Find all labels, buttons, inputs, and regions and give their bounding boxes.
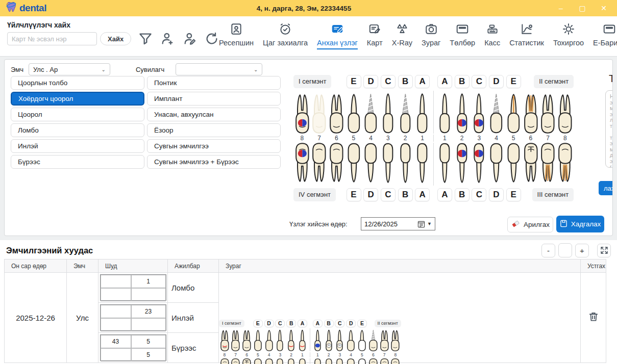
tab-exam[interactable]: Анхан үзлэг (312, 21, 362, 49)
tooth-up-1[interactable] (436, 91, 454, 134)
tooth-up-7[interactable] (539, 91, 557, 134)
zoom-out-button[interactable]: - (541, 244, 555, 257)
tooth-down-7[interactable] (539, 143, 557, 186)
treatment-button[interactable]: Унасан, авхуулсан (147, 108, 281, 121)
tooth-up-2[interactable] (453, 91, 471, 134)
tooth-letter-chip[interactable]: E (506, 188, 521, 201)
nurse-select[interactable]: ⌄ (176, 63, 262, 75)
tooth-letter-chip[interactable]: D (363, 188, 378, 201)
treatment-button[interactable]: Имплант (147, 92, 281, 106)
tooth-letter-chip[interactable]: A (437, 188, 452, 201)
procedure-name: Бүрээс (168, 333, 219, 363)
treatment-button[interactable]: Сувгын эмчилгээ (147, 139, 281, 153)
tooth-down-3[interactable] (471, 143, 488, 186)
treatment-button[interactable]: Хоёрдогч цоорол (11, 92, 144, 106)
tooth-down-4[interactable] (488, 143, 505, 186)
tooth-letter-chip[interactable]: D (363, 75, 378, 88)
save-button[interactable]: Хадгалах (556, 216, 604, 232)
doctor-select[interactable]: Улс . Ар⌄ (29, 63, 110, 75)
expand-button[interactable] (597, 244, 611, 257)
edit-patient-icon[interactable] (182, 32, 198, 46)
tooth-letter-chip[interactable]: A (415, 75, 430, 88)
tooth-down-7[interactable] (311, 143, 328, 186)
treatment-button[interactable]: Цоорол (11, 108, 144, 121)
tab-card[interactable]: Карт (362, 21, 387, 48)
tooth-letter-chip[interactable]: C (472, 188, 486, 201)
treatment-button[interactable]: Цоорлын толбо (11, 76, 144, 90)
maximize-button[interactable]: ▢ (578, 4, 586, 12)
tooth-down-8[interactable] (556, 143, 574, 186)
tooth-letter-chip[interactable]: B (455, 75, 470, 88)
tooth-letter-chip[interactable]: A (415, 188, 430, 201)
tooth-letter-chip[interactable]: C (381, 75, 396, 88)
tooth-up-1[interactable] (414, 91, 431, 134)
treatment-button[interactable]: Ломбо (11, 123, 144, 137)
search-button[interactable]: Хайх (100, 32, 131, 45)
tab-xray[interactable]: X-Ray (387, 21, 417, 48)
tooth-letter-chip[interactable]: B (398, 188, 413, 201)
tooth-down-4[interactable] (362, 143, 380, 186)
tab-reception[interactable]: Ресепшин (214, 21, 258, 48)
tooth-up-8[interactable] (556, 91, 574, 134)
tooth-number: 7 (234, 352, 237, 357)
tooth-down-3[interactable] (379, 143, 397, 186)
tooth-up-3[interactable] (471, 91, 488, 134)
search-input[interactable] (7, 32, 97, 45)
tooth-down-8[interactable] (293, 143, 311, 186)
treatment-button[interactable]: Бүрээс (11, 155, 144, 169)
tab-cashier[interactable]: Касс (480, 21, 505, 48)
clear-button[interactable]: Арилгах (507, 217, 553, 232)
zoom-value-box[interactable] (558, 243, 572, 257)
tooth-up-2[interactable] (397, 91, 414, 134)
tooth-down-6[interactable] (328, 143, 345, 186)
tooth-up-7[interactable] (311, 91, 328, 134)
tooth-down-5[interactable] (345, 143, 362, 186)
tooth-letter-chip[interactable]: C (381, 188, 396, 201)
tooth-letter-chip[interactable]: B (455, 188, 470, 201)
tab-payment[interactable]: Төлбөр (445, 21, 480, 48)
zoom-in-button[interactable]: + (575, 244, 589, 257)
minimize-button[interactable]: – (557, 4, 565, 12)
tooth-letter-chip[interactable]: E (347, 75, 361, 88)
tooth-number: 7 (383, 352, 386, 357)
tooth-down-2[interactable] (397, 143, 414, 186)
tooth-up-8[interactable] (293, 91, 311, 134)
delete-row-button[interactable] (588, 311, 599, 322)
tooth-up-6[interactable] (328, 91, 345, 134)
tooth-letter-chip[interactable]: D (489, 188, 504, 201)
tooth-up-6[interactable] (522, 91, 539, 134)
tab-schedule[interactable]: Цаг захиалга (258, 21, 312, 48)
exam-date-input[interactable]: 12/26/2025 ▼ (361, 217, 435, 230)
tooth-letter-chip[interactable]: D (489, 75, 504, 88)
tab-ereceipt[interactable]: Е-Баримт (588, 21, 617, 48)
tooth-down-5[interactable] (505, 143, 522, 186)
treatment-button[interactable]: Ёзоор (147, 123, 281, 137)
tooth-up-4[interactable] (488, 91, 505, 134)
tooth-letter-chip[interactable]: E (347, 188, 361, 201)
treatment-button[interactable]: Инлэй (11, 139, 144, 153)
tooth-up-3: In (334, 328, 345, 351)
tooth-letter-chip[interactable]: A (437, 75, 452, 88)
tooth-down-2[interactable] (453, 143, 471, 186)
tooth-up-5[interactable] (505, 91, 522, 134)
tooth-down-1[interactable] (436, 143, 454, 186)
tooth-down-6[interactable] (522, 143, 539, 186)
tooth-up-3[interactable] (379, 91, 397, 134)
close-button[interactable]: ✕ (600, 4, 608, 12)
tab-stats[interactable]: Статистик (505, 21, 549, 48)
treatment-button[interactable]: Сувгын эмчилгээ + Бүрээс (147, 155, 281, 169)
tooth-letter-chip[interactable]: B (398, 75, 413, 88)
tab-photo[interactable]: Зураг (417, 21, 445, 48)
tooth-up-4[interactable] (362, 91, 380, 134)
additional-note-input[interactable]: Нэмэлт тэмдэглэл (605, 90, 613, 168)
tab-settings[interactable]: Тохиргоо (549, 21, 588, 48)
tooth-letter-chip[interactable]: E (506, 75, 521, 88)
tooth-down-1[interactable] (414, 143, 431, 186)
treatment-button[interactable]: Понтик (147, 76, 281, 90)
partial-action-button[interactable]: лах (599, 181, 613, 195)
add-patient-icon[interactable] (160, 32, 175, 46)
filter-icon[interactable] (138, 32, 153, 46)
tooth-letter-chip[interactable]: C (472, 75, 486, 88)
tooth-up-5[interactable] (345, 91, 362, 134)
tooth-up-3 (275, 328, 286, 351)
